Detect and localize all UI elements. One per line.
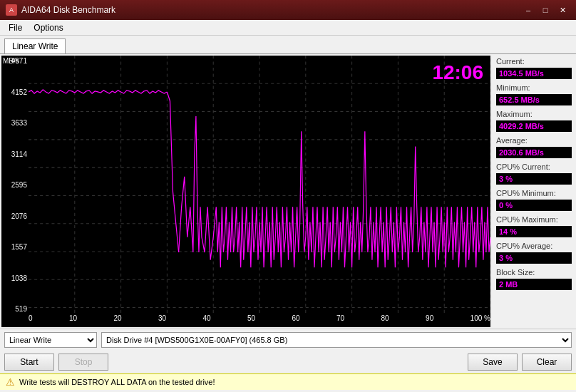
x-label-70: 70: [336, 314, 344, 322]
title-bar: A AIDA64 Disk Benchmark – □ ✕: [0, 0, 576, 20]
y-label-4: 3114: [3, 150, 27, 158]
x-label-90: 90: [426, 314, 433, 322]
stop-button[interactable]: Stop: [58, 354, 108, 371]
window-controls: – □ ✕: [520, 4, 570, 16]
maximum-value: 4029.2 MB/s: [496, 120, 572, 132]
menu-options[interactable]: Options: [28, 21, 68, 34]
tab-linear-write[interactable]: Linear Write: [4, 38, 66, 53]
warning-icon: ⚠: [6, 376, 15, 388]
average-label: Average:: [496, 136, 572, 145]
block-size-value: 2 MB: [496, 279, 572, 290]
chart-container: 12:06 MB/s 4671 4152 3633 3114 2595 2076…: [1, 56, 490, 327]
cpu-max-label: CPU% Maximum:: [496, 215, 572, 224]
menu-bar: File Options: [0, 20, 576, 36]
app-icon: A: [6, 4, 17, 16]
menu-file[interactable]: File: [3, 21, 28, 34]
bottom-controls: Linear Write Disk Drive #4 [WDS500G1X0E-…: [0, 329, 576, 351]
average-value: 2030.6 MB/s: [496, 147, 572, 158]
x-label-40: 40: [203, 314, 211, 322]
test-type-dropdown[interactable]: Linear Write: [4, 332, 97, 348]
y-label-8: 1038: [3, 274, 27, 282]
y-label-9: 519: [3, 305, 27, 313]
cpu-current-label: CPU% Current:: [496, 163, 572, 171]
chart-plot: [29, 56, 490, 313]
cpu-avg-label: CPU% Average:: [496, 242, 572, 250]
time-display: 12:06: [432, 61, 483, 84]
window-title: AIDA64 Disk Benchmark: [21, 5, 115, 15]
right-panel: Current: 1034.5 MB/s Minimum: 652.5 MB/s…: [492, 54, 576, 329]
button-row: Start Stop Save Clear: [0, 351, 576, 373]
maximize-button[interactable]: □: [538, 4, 553, 16]
minimum-label: Minimum:: [496, 83, 572, 92]
warning-bar: ⚠ Write tests will DESTROY ALL DATA on t…: [0, 373, 576, 390]
clear-button[interactable]: Clear: [522, 354, 572, 371]
x-label-60: 60: [292, 314, 300, 322]
y-label-2: 4152: [3, 88, 27, 96]
y-label-3: 3633: [3, 119, 27, 127]
y-label-7: 1557: [3, 243, 27, 251]
x-label-100: 100 %: [470, 314, 490, 322]
main-content: 12:06 MB/s 4671 4152 3633 3114 2595 2076…: [0, 54, 576, 329]
save-button[interactable]: Save: [468, 354, 518, 371]
maximum-label: Maximum:: [496, 110, 572, 118]
cpu-max-value: 14 %: [496, 226, 572, 237]
x-axis: 0 10 20 30 40 50 60 70 80 90 100 %: [29, 313, 490, 327]
x-label-0: 0: [29, 314, 33, 322]
tab-area: Linear Write: [0, 36, 576, 54]
cpu-min-label: CPU% Minimum:: [496, 189, 572, 197]
current-label: Current:: [496, 57, 572, 66]
warning-text: Write tests will DESTROY ALL DATA on the…: [19, 378, 215, 386]
y-axis: 4671 4152 3633 3114 2595 2076 1557 1038 …: [1, 56, 29, 313]
drive-select-dropdown[interactable]: Disk Drive #4 [WDS500G1X0E-00AFY0] (465.…: [101, 332, 572, 348]
x-label-80: 80: [381, 314, 389, 322]
cpu-avg-value: 3 %: [496, 252, 572, 264]
cpu-current-value: 3 %: [496, 173, 572, 185]
cpu-min-value: 0 %: [496, 200, 572, 211]
start-button[interactable]: Start: [4, 354, 54, 371]
y-label-6: 2076: [3, 212, 27, 220]
minimum-value: 652.5 MB/s: [496, 94, 572, 105]
y-label-5: 2595: [3, 181, 27, 189]
x-label-20: 20: [113, 314, 121, 322]
minimize-button[interactable]: –: [520, 4, 536, 16]
x-label-50: 50: [247, 314, 255, 322]
x-label-30: 30: [158, 314, 166, 322]
close-button[interactable]: ✕: [555, 4, 570, 16]
current-value: 1034.5 MB/s: [496, 68, 572, 79]
x-label-10: 10: [69, 314, 77, 322]
block-size-label: Block Size:: [496, 268, 572, 277]
y-label-1: 4671: [3, 57, 27, 65]
